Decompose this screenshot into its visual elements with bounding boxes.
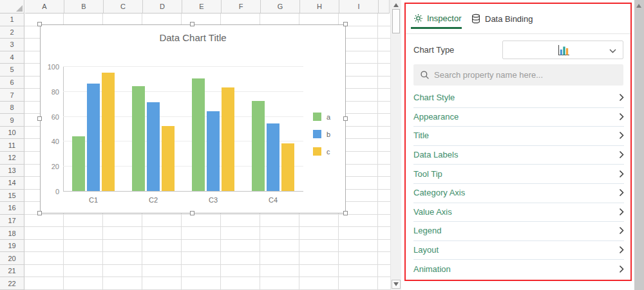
row-header-1[interactable]: 1 <box>0 14 24 26</box>
bar-b-C1 <box>87 84 100 191</box>
row-header-9[interactable]: 9 <box>0 114 24 127</box>
search-input[interactable] <box>434 70 617 80</box>
chevron-right-icon <box>619 265 624 273</box>
row-header-12[interactable]: 12 <box>0 152 24 165</box>
property-item-chart-style[interactable]: Chart Style <box>413 88 624 107</box>
row-header-8[interactable]: 8 <box>0 102 24 114</box>
property-item-animation[interactable]: Animation <box>413 259 624 278</box>
sheet-vertical-scrollbar[interactable] <box>390 0 401 290</box>
gridline-100 <box>63 66 303 67</box>
select-all-triangle-icon <box>16 5 23 12</box>
scroll-up-icon[interactable] <box>393 3 399 7</box>
property-item-value-axis[interactable]: Value Axis <box>413 203 624 222</box>
row-header-19[interactable]: 19 <box>0 240 24 253</box>
value-axis-tick-20: 20 <box>41 163 59 170</box>
column-header-I[interactable]: I <box>339 0 379 14</box>
chart-type-dropdown[interactable] <box>502 41 623 59</box>
bar-c-C3 <box>222 87 234 191</box>
bar-a-C1 <box>72 136 85 191</box>
chevron-right-icon <box>619 93 624 102</box>
row-header-6[interactable]: 6 <box>0 77 24 89</box>
select-all-corner[interactable] <box>0 0 24 14</box>
row-header-3[interactable]: 3 <box>0 39 24 51</box>
chart-title: Data Chart Title <box>41 32 345 43</box>
row-header-13[interactable]: 13 <box>0 165 24 177</box>
chevron-right-icon <box>619 170 624 178</box>
search-box[interactable] <box>413 64 623 86</box>
chart-legend: abc <box>313 113 330 165</box>
row-header-21[interactable]: 21 <box>0 265 24 278</box>
property-divider-4 <box>413 164 624 165</box>
property-item-category-axis[interactable]: Category Axis <box>413 183 624 203</box>
category-axis-line <box>63 191 303 192</box>
chart-plot-area: 020406080100C1C2C3C4 <box>63 67 303 192</box>
row-header-15[interactable]: 15 <box>0 190 24 203</box>
row-header-18[interactable]: 18 <box>0 227 24 240</box>
selection-handle-7[interactable] <box>343 211 348 215</box>
value-axis-tick-40: 40 <box>41 138 59 145</box>
column-header-E[interactable]: E <box>182 0 222 14</box>
column-header-H[interactable]: H <box>300 0 339 14</box>
scroll-down-button[interactable] <box>392 280 401 289</box>
value-axis-line <box>63 67 64 192</box>
selection-handle-6[interactable] <box>190 211 194 215</box>
active-tab-underline <box>411 27 462 29</box>
selection-handle-5[interactable] <box>37 211 42 215</box>
row-header-4[interactable]: 4 <box>0 51 24 64</box>
property-item-tool-tip[interactable]: Tool Tip <box>413 164 624 183</box>
property-item-layout[interactable]: Layout <box>413 240 624 260</box>
tab-data-binding[interactable]: Data Binding <box>471 14 533 24</box>
property-divider-5 <box>413 183 624 184</box>
row-header-17[interactable]: 17 <box>0 215 24 228</box>
value-axis-tick-80: 80 <box>41 88 59 96</box>
chevron-down-icon <box>609 49 616 53</box>
scroll-down-icon <box>393 282 399 286</box>
legend-item-b: b <box>313 130 330 138</box>
column-header-D[interactable]: D <box>143 0 182 14</box>
row-header-20[interactable]: 20 <box>0 252 24 265</box>
value-axis-tick-0: 0 <box>41 188 59 195</box>
scroll-up-icon[interactable] <box>636 4 641 8</box>
row-header-22[interactable]: 22 <box>0 277 24 290</box>
chart-object[interactable]: Data Chart Title 020406080100C1C2C3C4 ab… <box>40 24 346 213</box>
chevron-right-icon <box>619 208 624 216</box>
property-label-title: Title <box>413 131 429 140</box>
category-label-C2: C2 <box>132 196 175 204</box>
column-header-F[interactable]: F <box>222 0 261 14</box>
chevron-right-icon <box>619 150 624 159</box>
property-item-title[interactable]: Title <box>413 126 624 145</box>
scrollbar-thumb[interactable] <box>392 9 400 33</box>
row-header-2[interactable]: 2 <box>0 26 24 39</box>
selection-handle-4[interactable] <box>343 116 348 121</box>
row-header-10[interactable]: 10 <box>0 127 24 140</box>
row-header-7[interactable]: 7 <box>0 89 24 102</box>
property-item-data-labels[interactable]: Data Labels <box>413 145 624 165</box>
bar-group-C4 <box>252 101 294 191</box>
bar-c-C4 <box>281 143 294 191</box>
bar-group-C1 <box>72 73 115 191</box>
column-chart-icon <box>556 44 570 56</box>
selection-handle-2[interactable] <box>343 22 348 26</box>
column-header-A[interactable]: A <box>25 0 64 14</box>
selection-handle-0[interactable] <box>37 22 42 26</box>
property-label-animation: Animation <box>413 264 451 274</box>
row-header-11[interactable]: 11 <box>0 139 24 152</box>
property-label-tool-tip: Tool Tip <box>413 169 442 179</box>
column-header-G[interactable]: G <box>261 0 300 14</box>
tabs-divider <box>406 33 630 34</box>
tab-inspector[interactable]: Inspector <box>413 14 461 23</box>
column-header-C[interactable]: C <box>104 0 143 14</box>
column-header-B[interactable]: B <box>64 0 104 14</box>
row-header-14[interactable]: 14 <box>0 177 24 190</box>
property-divider-9 <box>413 259 624 260</box>
property-item-appearance[interactable]: Appearance <box>413 107 624 127</box>
chevron-right-icon <box>619 226 624 235</box>
selection-handle-3[interactable] <box>37 116 42 121</box>
row-header-5[interactable]: 5 <box>0 64 24 77</box>
selection-handle-1[interactable] <box>190 22 194 26</box>
property-item-legend[interactable]: Legend <box>413 221 624 240</box>
page-vertical-scrollbar[interactable] <box>634 0 644 290</box>
value-axis-tick-60: 60 <box>41 113 59 121</box>
row-header-16[interactable]: 16 <box>0 202 24 215</box>
column-header-partial[interactable] <box>379 0 390 14</box>
